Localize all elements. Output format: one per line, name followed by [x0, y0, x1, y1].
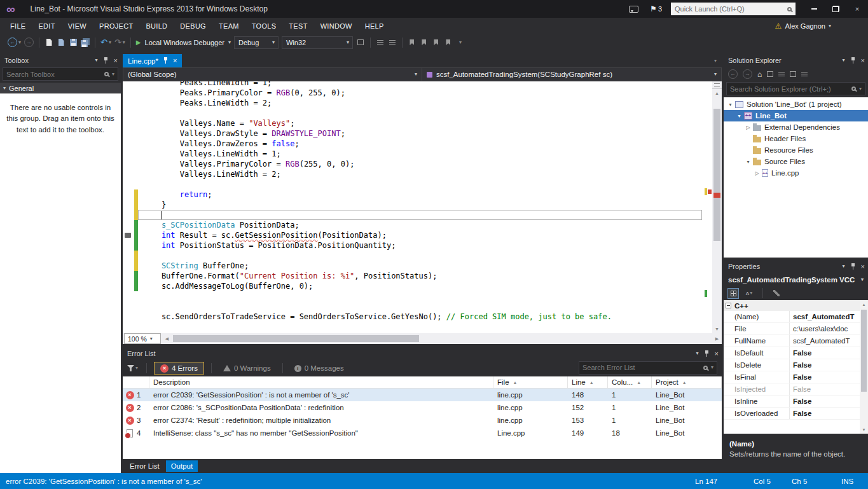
error-column-line[interactable]: Line▲	[568, 376, 608, 388]
properties-scrollbar[interactable]: ▲ ▼	[860, 300, 868, 434]
messages-toggle-button[interactable]: 0 Messages	[290, 364, 348, 372]
undo-button[interactable]: ↶ ▾	[99, 36, 113, 50]
error-row[interactable]: ×3error C2374: 'Result' : redefinition; …	[123, 414, 722, 427]
scroll-down-icon[interactable]: ▼	[860, 425, 868, 434]
scrollbar-thumb[interactable]	[713, 109, 720, 241]
tab-error-list[interactable]: Error List	[125, 460, 165, 472]
menu-file[interactable]: FILE	[4, 22, 32, 30]
code-pane[interactable]: Peaks.LineWidth = 1;Peaks.PrimaryColor =…	[123, 81, 704, 333]
chevron-collapsed-icon[interactable]: ▷	[744, 125, 752, 130]
property-row-isfinal[interactable]: IsFinalFalse	[724, 371, 860, 383]
code-line[interactable]	[123, 251, 704, 261]
pin-icon[interactable]	[103, 57, 109, 64]
scroll-left-icon[interactable]: ◀	[162, 336, 172, 341]
code-line[interactable]	[123, 291, 704, 301]
window-position-icon[interactable]: ▾	[95, 58, 98, 63]
property-value[interactable]: False	[790, 347, 860, 359]
toolbox-search-input[interactable]: Search Toolbox ▾	[3, 67, 118, 81]
code-line[interactable]	[123, 108, 704, 118]
tab-output[interactable]: Output	[166, 460, 198, 472]
quick-launch-input[interactable]: Quick Launch (Ctrl+Q)	[671, 3, 796, 15]
property-value[interactable]: False	[790, 408, 860, 419]
code-line[interactable]: int PositionStatus = PositionData.Positi…	[123, 240, 704, 251]
redo-button[interactable]: ↷ ▾	[113, 36, 127, 50]
code-line[interactable]: return;	[123, 189, 704, 200]
margin-marker-icon[interactable]	[123, 230, 134, 240]
code-line[interactable]	[123, 301, 704, 312]
properties-category-row[interactable]: C++	[724, 300, 860, 311]
close-icon[interactable]: ×	[715, 350, 719, 357]
error-column-colu[interactable]: Colu...▲	[608, 376, 652, 388]
scroll-right-icon[interactable]: ▶	[712, 336, 722, 341]
solution-platform-select[interactable]: Win32 ▾	[282, 36, 353, 49]
code-line[interactable]: Valleys.LineWidth = 2;	[123, 169, 704, 179]
editor-vertical-scrollbar[interactable]: ▲ ▼	[712, 81, 722, 333]
scroll-down-icon[interactable]: ▼	[712, 325, 722, 333]
property-row-isdefault[interactable]: IsDefaultFalse	[724, 347, 860, 359]
close-icon[interactable]: ×	[114, 57, 118, 64]
solution-explorer-search-input[interactable]: Search Solution Explorer (Ctrl+;) ▾	[726, 82, 865, 95]
close-icon[interactable]: ×	[861, 57, 865, 64]
code-line[interactable]: int Result = sc.GetSessionPosition(Posit…	[123, 230, 704, 240]
collapse-category-icon[interactable]	[726, 303, 731, 308]
scope-dropdown[interactable]: (Global Scope) ▾	[123, 68, 422, 81]
code-line[interactable]: Peaks.LineWidth = 1;	[123, 81, 704, 88]
back-arrow-icon[interactable]: ←	[728, 69, 738, 79]
error-column-file[interactable]: File▲	[493, 376, 568, 388]
menu-tools[interactable]: TOOLS	[245, 22, 283, 30]
properties-object-select[interactable]: scsf_AutomatedTradingSystem VCC ▾	[724, 273, 868, 286]
code-line[interactable]: Valleys.Name = "Valleys";	[123, 118, 704, 128]
notifications-button[interactable]: ⚑ 3	[650, 4, 662, 13]
document-list-chevron-icon[interactable]: ▾	[714, 59, 717, 64]
close-icon[interactable]: ×	[861, 263, 865, 270]
code-line[interactable]: SCString BufferOne;	[123, 261, 704, 271]
menu-edit[interactable]: EDIT	[32, 22, 61, 30]
increase-indent-button[interactable]	[387, 36, 398, 50]
pin-icon[interactable]	[704, 350, 710, 357]
menu-window[interactable]: WINDOW	[314, 22, 359, 30]
sync-with-active-document-icon[interactable]	[790, 71, 796, 77]
chevron-collapsed-icon[interactable]: ▷	[753, 170, 761, 176]
error-list-search-input[interactable]: Search Error List ▾	[579, 361, 717, 375]
code-line[interactable]: Peaks.PrimaryColor = RGB(0, 255, 0);	[123, 88, 704, 98]
property-row-name[interactable]: (Name)scsf_AutomatedT	[724, 311, 860, 323]
clear-bookmarks-button[interactable]	[443, 36, 454, 50]
pin-icon[interactable]	[163, 57, 169, 64]
close-button[interactable]: ×	[846, 0, 868, 18]
property-value[interactable]: c:\users\alex\doc	[790, 323, 860, 334]
menu-project[interactable]: PROJECT	[93, 22, 139, 30]
menu-debug[interactable]: DEBUG	[174, 22, 212, 30]
member-dropdown[interactable]: scsf_AutomatedTradingSystem(SCStudyGraph…	[422, 68, 721, 81]
error-row[interactable]: 4IntelliSense: class "s_sc" has no membe…	[123, 427, 722, 439]
tree-item-line-bot[interactable]: ▾++Line_Bot	[724, 110, 868, 121]
tree-item-header-files[interactable]: Header Files	[724, 133, 868, 144]
tree-item-external-dependencies[interactable]: ▷External Dependencies	[724, 121, 868, 133]
tree-item-solution-line-bot-1-project[interactable]: ▾Solution 'Line_Bot' (1 project)	[724, 99, 868, 110]
navigate-backward-button[interactable]: ← ▾	[6, 36, 22, 50]
filter-button[interactable]: ▾	[126, 361, 139, 375]
property-row-fullname[interactable]: FullNamescsf_AutomatedT	[724, 335, 860, 347]
save-button[interactable]	[67, 36, 79, 50]
window-position-icon[interactable]: ▾	[843, 264, 845, 269]
menu-help[interactable]: HELP	[359, 22, 390, 30]
menu-view[interactable]: VIEW	[62, 22, 93, 30]
error-row[interactable]: ×1error C2039: 'GetSessionPosition' : is…	[123, 389, 722, 401]
scrollbar-thumb[interactable]	[173, 335, 419, 342]
pin-icon[interactable]	[850, 57, 856, 64]
code-editor[interactable]: Peaks.LineWidth = 1;Peaks.PrimaryColor =…	[123, 81, 722, 333]
decrease-indent-button[interactable]	[375, 36, 386, 50]
home-icon[interactable]: ⌂	[757, 71, 762, 78]
code-line[interactable]: Valleys.LineWidth = 1;	[123, 149, 704, 159]
property-row-file[interactable]: Filec:\users\alex\doc	[724, 323, 860, 335]
property-row-isinline[interactable]: IsInlineFalse	[724, 396, 860, 408]
previous-bookmark-button[interactable]	[418, 36, 430, 50]
code-line[interactable]: sc.AddMessageToLog(BufferOne, 0);	[123, 281, 704, 291]
tab-line-cpp[interactable]: Line.cpp* ×	[123, 54, 182, 67]
save-all-button[interactable]	[79, 36, 91, 50]
error-row[interactable]: ×2error C2086: 's_SCPositionData Positio…	[123, 401, 722, 414]
property-pages-button[interactable]	[771, 288, 782, 299]
zoom-select[interactable]: 100 % ▾	[124, 333, 161, 344]
code-line[interactable]	[123, 210, 704, 220]
property-row-isoverloaded[interactable]: IsOverloadedFalse	[724, 408, 860, 420]
window-position-icon[interactable]: ▾	[843, 58, 845, 63]
